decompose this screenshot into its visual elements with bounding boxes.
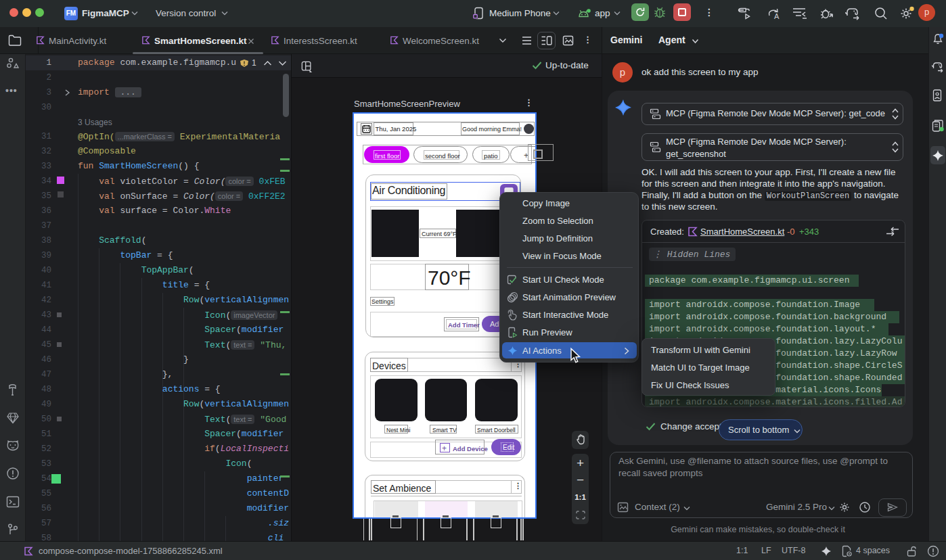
svg-text:A: A (774, 12, 780, 20)
